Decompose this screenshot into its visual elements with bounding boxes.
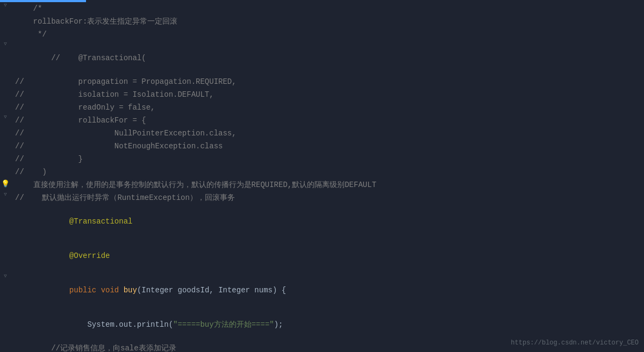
gutter-8: ▽	[0, 114, 11, 120]
line-content-1: /*	[11, 2, 644, 15]
line-content-5: // propagation = Propagation.REQUIRED,	[11, 75, 644, 88]
code-editor: ▽ /* rollbackFor:表示发生指定异常一定回滚 */ ▽ // @T…	[0, 0, 644, 352]
code-line-12: // )	[0, 166, 644, 178]
code-line-8: ▽ // rollbackFor = {	[0, 114, 644, 127]
span-17e: goodsId,	[173, 286, 218, 294]
line-content-11: // }	[11, 153, 644, 166]
line-content-12: // )	[11, 166, 644, 178]
line-content-8: // rollbackFor = {	[11, 114, 644, 127]
line-content-2: rollbackFor:表示发生指定异常一定回滚	[11, 15, 644, 28]
code-line-7: // readOnly = false,	[0, 101, 644, 114]
line-content-15: @Transactional	[11, 204, 644, 239]
hint-bulb-icon: 💡	[1, 179, 10, 188]
fold-icon-4[interactable]: ▽	[4, 41, 6, 47]
span-17c	[119, 286, 123, 294]
line-content-6: // isolation = Isolation.DEFAULT,	[11, 88, 644, 101]
gutter-1: ▽	[0, 2, 11, 8]
line-content-13: 直接使用注解，使用的是事务控制的默认行为，默认的传播行为是REQUIRED,默认…	[11, 178, 644, 191]
line-content-17: public void buy(Integer goodsId, Integer…	[11, 273, 644, 307]
fold-icon-14[interactable]: ▽	[4, 191, 6, 197]
code-line-11: // }	[0, 153, 644, 166]
code-container: ▽ /* rollbackFor:表示发生指定异常一定回滚 */ ▽ // @T…	[0, 2, 644, 352]
code-line-10: // NotEnoughException.class	[0, 140, 644, 153]
kw-public: public	[69, 286, 96, 294]
code-line-4: ▽ // @Transactional(	[0, 41, 644, 75]
span-17f: nums) {	[250, 286, 286, 294]
type-integer-1: Integer	[141, 286, 173, 294]
code-line-13: 💡 直接使用注解，使用的是事务控制的默认行为，默认的传播行为是REQUIRED,…	[0, 178, 644, 191]
line-content-4: // @Transactional(	[11, 41, 644, 75]
code-line-9: // NullPointerException.class,	[0, 127, 644, 140]
code-line-18: System.out.println("=====buy方法的开始====");	[0, 307, 644, 342]
fold-icon-1[interactable]: ▽	[4, 2, 6, 8]
line-content-16: @Override	[11, 239, 644, 273]
span-comment-4a: // @Transactional(	[51, 54, 146, 62]
kw-void: void	[101, 286, 119, 294]
code-line-6: // isolation = Isolation.DEFAULT,	[0, 88, 644, 101]
method-buy: buy	[124, 286, 137, 294]
annotation-transactional: @Transactional	[51, 217, 132, 226]
code-line-17: ▽ public void buy(Integer goodsId, Integ…	[0, 273, 644, 307]
gutter-14: ▽	[0, 191, 11, 197]
gutter-4: ▽	[0, 41, 11, 47]
line-content-10: // NotEnoughException.class	[11, 140, 644, 153]
code-line-14: ▽ // 默认抛出运行时异常（RuntimeException），回滚事务	[0, 191, 644, 204]
line-content-3: */	[11, 28, 644, 41]
annotation-override: @Override	[51, 252, 110, 260]
code-line-3: */	[0, 28, 644, 41]
fold-icon-17[interactable]: ▽	[4, 273, 6, 279]
string-buy: "=====buy方法的开始===="	[173, 320, 274, 329]
span-18a: System.out.println(	[51, 320, 173, 329]
code-line-5: // propagation = Propagation.REQUIRED,	[0, 75, 644, 88]
code-line-2: rollbackFor:表示发生指定异常一定回滚	[0, 15, 644, 28]
line-content-14: // 默认抛出运行时异常（RuntimeException），回滚事务	[11, 191, 644, 204]
watermark: https://blog.csdn.net/victory_CEO	[511, 339, 639, 347]
span-17a	[51, 286, 69, 294]
line-content-7: // readOnly = false,	[11, 101, 644, 114]
code-line-16: @Override	[0, 239, 644, 273]
span-18b: );	[274, 320, 283, 329]
span-17b	[96, 286, 101, 294]
fold-icon-8[interactable]: ▽	[4, 114, 6, 120]
code-line-15: @Transactional	[0, 204, 644, 239]
gutter-17: ▽	[0, 273, 11, 279]
code-line-1: ▽ /*	[0, 2, 644, 15]
type-integer-2: Integer	[218, 286, 250, 294]
line-content-9: // NullPointerException.class,	[11, 127, 644, 140]
line-content-18: System.out.println("=====buy方法的开始====");	[11, 307, 644, 342]
